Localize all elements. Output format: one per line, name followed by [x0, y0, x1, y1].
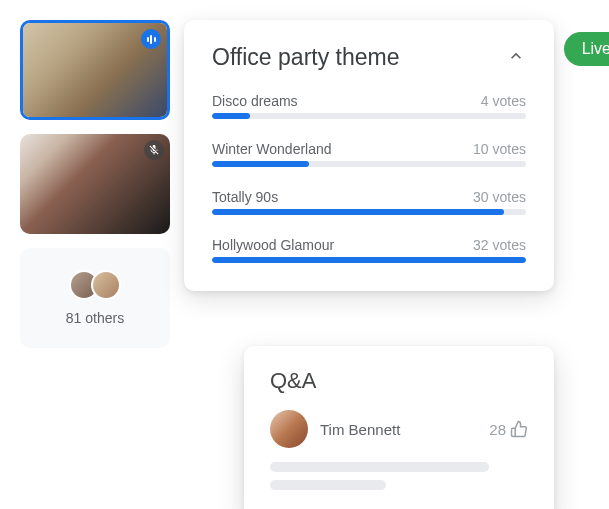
chevron-up-icon[interactable]	[506, 46, 526, 70]
poll-option[interactable]: Totally 90s 30 votes	[212, 189, 526, 215]
upvote-button[interactable]: 28	[489, 420, 528, 438]
live-badge: Live	[564, 32, 609, 66]
video-tile-participant-1[interactable]	[20, 20, 170, 120]
option-votes: 10 votes	[473, 141, 526, 157]
poll-title: Office party theme	[212, 44, 400, 71]
progress-fill	[212, 113, 250, 119]
text-placeholder	[270, 480, 386, 490]
thumbs-up-icon	[510, 420, 528, 438]
qa-card: Q&A Tim Bennett 28	[244, 346, 554, 509]
qa-question-row[interactable]: Tim Bennett 28	[270, 410, 528, 448]
option-name: Winter Wonderland	[212, 141, 332, 157]
poll-option[interactable]: Winter Wonderland 10 votes	[212, 141, 526, 167]
progress-track	[212, 161, 526, 167]
others-count-label: 81 others	[66, 310, 124, 326]
option-votes: 4 votes	[481, 93, 526, 109]
poll-option[interactable]: Hollywood Glamour 32 votes	[212, 237, 526, 263]
others-tile[interactable]: 81 others	[20, 248, 170, 348]
progress-track	[212, 113, 526, 119]
avatar	[91, 270, 121, 300]
progress-track	[212, 209, 526, 215]
qa-author: Tim Bennett	[320, 421, 477, 438]
option-votes: 32 votes	[473, 237, 526, 253]
muted-icon	[144, 140, 164, 160]
poll-option[interactable]: Disco dreams 4 votes	[212, 93, 526, 119]
progress-fill	[212, 209, 504, 215]
poll-card: Office party theme Disco dreams 4 votes …	[184, 20, 554, 291]
option-name: Totally 90s	[212, 189, 278, 205]
option-votes: 30 votes	[473, 189, 526, 205]
progress-track	[212, 257, 526, 263]
progress-fill	[212, 257, 526, 263]
upvote-count: 28	[489, 421, 506, 438]
speaking-icon	[141, 29, 161, 49]
participant-sidebar: 81 others	[20, 20, 170, 348]
progress-fill	[212, 161, 309, 167]
avatar-group	[69, 270, 121, 300]
text-placeholder	[270, 462, 489, 472]
qa-title: Q&A	[270, 368, 528, 394]
option-name: Disco dreams	[212, 93, 298, 109]
avatar	[270, 410, 308, 448]
option-name: Hollywood Glamour	[212, 237, 334, 253]
video-tile-participant-2[interactable]	[20, 134, 170, 234]
